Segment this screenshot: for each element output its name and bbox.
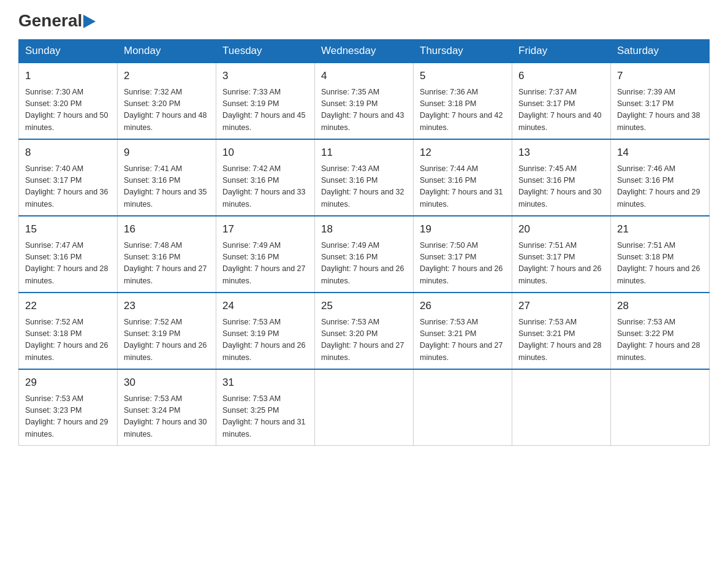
day-info: Sunrise: 7:43 AMSunset: 3:16 PMDaylight:… (321, 163, 407, 211)
calendar-cell: 28Sunrise: 7:53 AMSunset: 3:22 PMDayligh… (611, 293, 710, 369)
day-info: Sunrise: 7:51 AMSunset: 3:18 PMDaylight:… (617, 240, 703, 288)
calendar-cell: 6Sunrise: 7:37 AMSunset: 3:17 PMDaylight… (512, 63, 611, 139)
day-number: 3 (222, 68, 308, 84)
weekday-header-saturday: Saturday (611, 40, 710, 63)
day-info: Sunrise: 7:53 AMSunset: 3:24 PMDaylight:… (124, 393, 210, 441)
weekday-header-tuesday: Tuesday (216, 40, 315, 63)
calendar-cell: 1Sunrise: 7:30 AMSunset: 3:20 PMDaylight… (19, 63, 118, 139)
calendar-cell: 3Sunrise: 7:33 AMSunset: 3:19 PMDaylight… (216, 63, 315, 139)
day-info: Sunrise: 7:53 AMSunset: 3:19 PMDaylight:… (222, 316, 308, 364)
calendar-header: SundayMondayTuesdayWednesdayThursdayFrid… (19, 40, 710, 63)
day-info: Sunrise: 7:48 AMSunset: 3:16 PMDaylight:… (124, 240, 210, 288)
day-number: 8 (25, 145, 111, 161)
day-number: 6 (518, 68, 604, 84)
calendar-cell: 19Sunrise: 7:50 AMSunset: 3:17 PMDayligh… (414, 216, 512, 293)
day-info: Sunrise: 7:36 AMSunset: 3:18 PMDaylight:… (420, 86, 506, 134)
day-info: Sunrise: 7:39 AMSunset: 3:17 PMDaylight:… (617, 86, 703, 134)
calendar-cell: 16Sunrise: 7:48 AMSunset: 3:16 PMDayligh… (118, 216, 216, 293)
calendar-cell: 29Sunrise: 7:53 AMSunset: 3:23 PMDayligh… (19, 369, 118, 446)
day-info: Sunrise: 7:53 AMSunset: 3:21 PMDaylight:… (420, 316, 506, 364)
day-info: Sunrise: 7:46 AMSunset: 3:16 PMDaylight:… (617, 163, 703, 211)
day-number: 20 (518, 221, 604, 237)
day-number: 1 (25, 68, 111, 84)
calendar-cell (611, 369, 710, 446)
day-info: Sunrise: 7:52 AMSunset: 3:19 PMDaylight:… (124, 316, 210, 364)
weekday-header-friday: Friday (512, 40, 611, 63)
calendar-cell: 25Sunrise: 7:53 AMSunset: 3:20 PMDayligh… (315, 293, 414, 369)
day-number: 9 (124, 145, 210, 161)
day-number: 10 (222, 145, 308, 161)
day-info: Sunrise: 7:42 AMSunset: 3:16 PMDaylight:… (222, 163, 308, 211)
day-number: 7 (617, 68, 703, 84)
day-info: Sunrise: 7:32 AMSunset: 3:20 PMDaylight:… (124, 86, 210, 134)
calendar-table: SundayMondayTuesdayWednesdayThursdayFrid… (18, 39, 710, 446)
day-info: Sunrise: 7:53 AMSunset: 3:25 PMDaylight:… (222, 393, 308, 441)
day-info: Sunrise: 7:53 AMSunset: 3:21 PMDaylight:… (518, 316, 604, 364)
day-number: 24 (222, 298, 308, 314)
day-info: Sunrise: 7:45 AMSunset: 3:16 PMDaylight:… (518, 163, 604, 211)
calendar-cell: 18Sunrise: 7:49 AMSunset: 3:16 PMDayligh… (315, 216, 414, 293)
calendar-cell: 15Sunrise: 7:47 AMSunset: 3:16 PMDayligh… (19, 216, 118, 293)
day-number: 13 (518, 145, 604, 161)
calendar-week-3: 15Sunrise: 7:47 AMSunset: 3:16 PMDayligh… (19, 216, 710, 293)
calendar-week-2: 8Sunrise: 7:40 AMSunset: 3:17 PMDaylight… (19, 139, 710, 216)
day-info: Sunrise: 7:51 AMSunset: 3:17 PMDaylight:… (518, 240, 604, 288)
calendar-cell: 4Sunrise: 7:35 AMSunset: 3:19 PMDaylight… (315, 63, 414, 139)
calendar-cell: 26Sunrise: 7:53 AMSunset: 3:21 PMDayligh… (414, 293, 512, 369)
day-number: 23 (124, 298, 210, 314)
day-info: Sunrise: 7:47 AMSunset: 3:16 PMDaylight:… (25, 240, 111, 288)
day-info: Sunrise: 7:33 AMSunset: 3:19 PMDaylight:… (222, 86, 308, 134)
day-number: 28 (617, 298, 703, 314)
day-number: 31 (222, 375, 308, 391)
day-info: Sunrise: 7:53 AMSunset: 3:23 PMDaylight:… (25, 393, 111, 441)
day-info: Sunrise: 7:49 AMSunset: 3:16 PMDaylight:… (321, 240, 407, 288)
calendar-cell: 20Sunrise: 7:51 AMSunset: 3:17 PMDayligh… (512, 216, 611, 293)
day-info: Sunrise: 7:37 AMSunset: 3:17 PMDaylight:… (518, 86, 604, 134)
calendar-cell (414, 369, 512, 446)
day-number: 29 (25, 375, 111, 391)
calendar-cell: 5Sunrise: 7:36 AMSunset: 3:18 PMDaylight… (414, 63, 512, 139)
calendar-cell: 8Sunrise: 7:40 AMSunset: 3:17 PMDaylight… (19, 139, 118, 216)
day-info: Sunrise: 7:52 AMSunset: 3:18 PMDaylight:… (25, 316, 111, 364)
weekday-header-thursday: Thursday (414, 40, 512, 63)
calendar-cell: 30Sunrise: 7:53 AMSunset: 3:24 PMDayligh… (118, 369, 216, 446)
calendar-cell: 11Sunrise: 7:43 AMSunset: 3:16 PMDayligh… (315, 139, 414, 216)
calendar-cell: 23Sunrise: 7:52 AMSunset: 3:19 PMDayligh… (118, 293, 216, 369)
calendar-cell: 12Sunrise: 7:44 AMSunset: 3:16 PMDayligh… (414, 139, 512, 216)
day-info: Sunrise: 7:53 AMSunset: 3:22 PMDaylight:… (617, 316, 703, 364)
calendar-cell: 14Sunrise: 7:46 AMSunset: 3:16 PMDayligh… (611, 139, 710, 216)
calendar-cell: 10Sunrise: 7:42 AMSunset: 3:16 PMDayligh… (216, 139, 315, 216)
calendar-cell: 24Sunrise: 7:53 AMSunset: 3:19 PMDayligh… (216, 293, 315, 369)
weekday-header-sunday: Sunday (19, 40, 118, 63)
day-info: Sunrise: 7:40 AMSunset: 3:17 PMDaylight:… (25, 163, 111, 211)
day-number: 30 (124, 375, 210, 391)
day-number: 2 (124, 68, 210, 84)
day-info: Sunrise: 7:41 AMSunset: 3:16 PMDaylight:… (124, 163, 210, 211)
calendar-cell: 13Sunrise: 7:45 AMSunset: 3:16 PMDayligh… (512, 139, 611, 216)
day-number: 14 (617, 145, 703, 161)
day-info: Sunrise: 7:49 AMSunset: 3:16 PMDaylight:… (222, 240, 308, 288)
day-number: 25 (321, 298, 407, 314)
day-info: Sunrise: 7:50 AMSunset: 3:17 PMDaylight:… (420, 240, 506, 288)
calendar-cell (315, 369, 414, 446)
day-number: 27 (518, 298, 604, 314)
logo-main: General (18, 12, 96, 29)
calendar-cell: 17Sunrise: 7:49 AMSunset: 3:16 PMDayligh… (216, 216, 315, 293)
calendar-cell: 9Sunrise: 7:41 AMSunset: 3:16 PMDaylight… (118, 139, 216, 216)
page-header: General (18, 12, 710, 28)
day-number: 18 (321, 221, 407, 237)
svg-marker-0 (83, 15, 96, 28)
day-number: 12 (420, 145, 506, 161)
calendar-cell: 22Sunrise: 7:52 AMSunset: 3:18 PMDayligh… (19, 293, 118, 369)
calendar-cell: 31Sunrise: 7:53 AMSunset: 3:25 PMDayligh… (216, 369, 315, 446)
calendar-week-1: 1Sunrise: 7:30 AMSunset: 3:20 PMDaylight… (19, 63, 710, 139)
weekday-header-monday: Monday (118, 40, 216, 63)
calendar-cell: 2Sunrise: 7:32 AMSunset: 3:20 PMDaylight… (118, 63, 216, 139)
calendar-cell: 7Sunrise: 7:39 AMSunset: 3:17 PMDaylight… (611, 63, 710, 139)
weekday-header-wednesday: Wednesday (315, 40, 414, 63)
day-number: 16 (124, 221, 210, 237)
calendar-week-4: 22Sunrise: 7:52 AMSunset: 3:18 PMDayligh… (19, 293, 710, 369)
day-number: 21 (617, 221, 703, 237)
day-info: Sunrise: 7:35 AMSunset: 3:19 PMDaylight:… (321, 86, 407, 134)
day-number: 4 (321, 68, 407, 84)
